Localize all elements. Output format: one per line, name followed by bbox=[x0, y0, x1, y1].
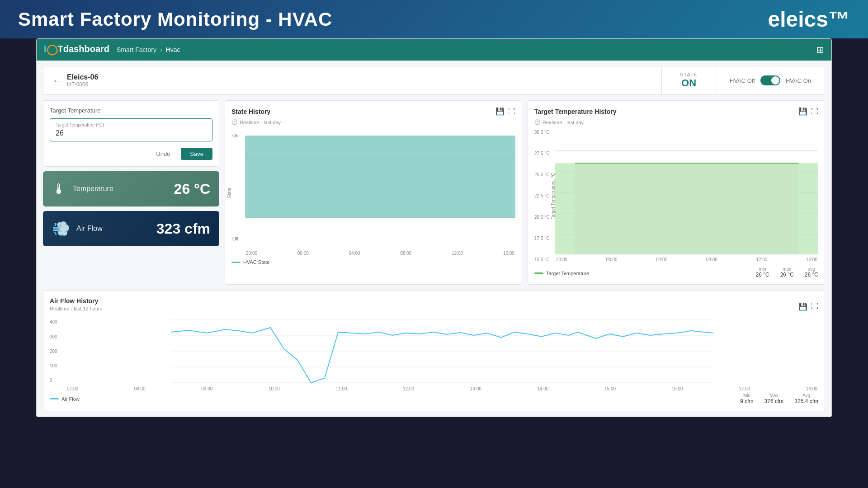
airflow-max-label: Max bbox=[764, 393, 784, 398]
state-expand-icon[interactable]: ⛶ bbox=[508, 107, 515, 116]
state-chart-subtitle: 🕐 Realtime - last day bbox=[231, 119, 515, 125]
airflow-avg-value: 325.4 cfm bbox=[794, 398, 818, 404]
panels-row: Target Temperature Target Temperature (°… bbox=[43, 100, 825, 285]
tx-label-3: 08:00 bbox=[706, 257, 717, 262]
state-chart-area: On Off State 20:00 00:00 04:00 bbox=[245, 130, 515, 256]
main-header: Smart Factory Monitoring - HVAC eleics™ bbox=[0, 0, 868, 38]
target-temp-card: Target Temperature Target Temperature (°… bbox=[43, 100, 219, 167]
stat-avg-value: 26 °C bbox=[805, 272, 818, 278]
x-label-2: 04:00 bbox=[349, 251, 360, 256]
temp-input-sublabel: Target Temperature (°C) bbox=[56, 122, 207, 127]
target-chart-svg-wrap: Target Temperature, °C bbox=[555, 130, 818, 262]
x-label-1: 00:00 bbox=[297, 251, 309, 256]
ay-label-2: 200 bbox=[50, 349, 64, 354]
back-button[interactable]: ← bbox=[52, 75, 61, 86]
airflow-min-value: 9 cfm bbox=[740, 398, 753, 404]
tx-label-2: 04:00 bbox=[656, 257, 667, 262]
target-save-icon[interactable]: 💾 bbox=[798, 107, 807, 116]
logo-brand: I◯Tdashboard bbox=[44, 44, 109, 56]
temp-sensor-left: 🌡 Temperature bbox=[52, 181, 113, 197]
ax-label-2: 09:00 bbox=[201, 386, 212, 391]
tx-label-4: 12:00 bbox=[756, 257, 767, 262]
ax-label-8: 15:00 bbox=[604, 386, 616, 391]
nav-left: I◯Tdashboard Smart Factory › Hvac bbox=[44, 44, 180, 56]
state-legend-label: HVAC State bbox=[243, 259, 270, 265]
airflow-min-label: Min bbox=[740, 393, 753, 398]
content-area: ← Eleics-06 IoT-0006 STATE ON HVAC Off H… bbox=[37, 61, 831, 417]
state-label: STATE bbox=[680, 72, 698, 77]
clock-icon-2: 🕐 bbox=[534, 119, 541, 125]
state-chart-title: State History bbox=[231, 108, 270, 115]
thermometer-icon: 🌡 bbox=[52, 181, 66, 197]
tx-label-5: 16:00 bbox=[806, 257, 817, 262]
device-name: Eleics-06 bbox=[67, 73, 98, 81]
stat-min: min 26 °C bbox=[756, 267, 769, 278]
airflow-save-icon[interactable]: 💾 bbox=[798, 302, 807, 311]
breadcrumb-current: Hvac bbox=[166, 46, 180, 53]
temp-sensor-value: 26 °C bbox=[174, 181, 210, 197]
airflow-stats: Min 9 cfm Max 376 cfm Avg 325.4 cfm bbox=[740, 393, 818, 404]
x-label-4: 12:00 bbox=[452, 251, 463, 256]
ax-label-4: 11:00 bbox=[336, 386, 347, 391]
ax-label-9: 16:00 bbox=[672, 386, 683, 391]
airflow-legend-dot bbox=[50, 398, 59, 399]
state-chart-header: State History 💾 ⛶ bbox=[231, 107, 515, 116]
hvac-off-label: HVAC Off bbox=[730, 77, 755, 84]
airflow-y-labels: 400 300 200 100 0 bbox=[50, 319, 66, 383]
ax-label-3: 10:00 bbox=[269, 386, 280, 391]
temp-input-value[interactable]: 26 bbox=[56, 129, 207, 137]
airflow-stat-avg: Avg 325.4 cfm bbox=[794, 393, 818, 404]
device-id: IoT-0006 bbox=[67, 81, 98, 88]
y-label-5: 17.5 °C bbox=[534, 236, 553, 241]
device-info: ← Eleics-06 IoT-0006 bbox=[43, 66, 662, 94]
target-chart-subtitle: 🕐 Realtime - last day bbox=[534, 119, 818, 125]
ax-label-10: 17:00 bbox=[739, 386, 750, 391]
target-temp-label: Target Temperature bbox=[50, 107, 212, 114]
state-y-axis-label: State bbox=[227, 188, 232, 198]
x-label-3: 08:00 bbox=[400, 251, 411, 256]
device-header: ← Eleics-06 IoT-0006 STATE ON HVAC Off H… bbox=[43, 66, 825, 95]
expand-icon[interactable]: ⊞ bbox=[816, 44, 824, 55]
state-history-panel: State History 💾 ⛶ 🕐 Realtime - last day … bbox=[225, 100, 522, 285]
temperature-card: 🌡 Temperature 26 °C bbox=[43, 171, 219, 206]
target-legend-dot bbox=[534, 272, 543, 274]
clock-icon: 🕐 bbox=[231, 119, 238, 125]
ay-label-4: 0 bbox=[50, 378, 64, 383]
state-subtitle-text: Realtime - last day bbox=[240, 120, 281, 125]
ay-label-0: 400 bbox=[50, 319, 64, 324]
brand-text: I◯Tdashboard bbox=[44, 44, 109, 56]
y-label-0: 30.0 °C bbox=[534, 130, 553, 135]
tx-label-1: 00:00 bbox=[606, 257, 618, 262]
target-chart-title: Target Temperature History bbox=[534, 108, 617, 115]
ax-label-0: 07:00 bbox=[67, 386, 78, 391]
off-label: Off bbox=[232, 236, 238, 241]
hvac-on-label: HVAC On bbox=[786, 77, 811, 84]
card-actions: Undo Save bbox=[50, 148, 212, 160]
airflow-bottom-legend: Air Flow Min 9 cfm Max 376 cfm Avg 325.4… bbox=[50, 393, 818, 404]
hvac-toggle[interactable] bbox=[760, 75, 780, 85]
temp-input-wrapper[interactable]: Target Temperature (°C) 26 bbox=[50, 118, 212, 141]
target-legend-label: Target Temperature bbox=[546, 271, 589, 276]
toggle-panel: HVAC Off HVAC On bbox=[716, 66, 825, 94]
airflow-line bbox=[171, 328, 713, 383]
target-expand-icon[interactable]: ⛶ bbox=[811, 107, 818, 116]
state-value: ON bbox=[681, 77, 696, 89]
stat-max-label: max bbox=[780, 267, 794, 272]
page-title: Smart Factory Monitoring - HVAC bbox=[18, 9, 332, 30]
target-stats: min 26 °C max 26 °C avg 26 °C bbox=[756, 267, 818, 278]
airflow-expand-icon[interactable]: ⛶ bbox=[811, 302, 818, 311]
state-save-icon[interactable]: 💾 bbox=[495, 107, 505, 116]
airflow-sensor-left: 💨 Air Flow bbox=[52, 220, 103, 237]
undo-button[interactable]: Undo bbox=[150, 148, 176, 160]
ax-label-7: 14:00 bbox=[537, 386, 548, 391]
save-button[interactable]: Save bbox=[181, 148, 212, 160]
dashboard-container: I◯Tdashboard Smart Factory › Hvac ⊞ ← El… bbox=[36, 38, 832, 417]
target-chart-area: 30.0 °C 27.5 °C 25.0 °C 22.5 °C 20.0 °C … bbox=[534, 130, 818, 262]
airflow-history-panel: Air Flow History Realtime - last 12 hour… bbox=[43, 290, 825, 411]
stat-avg: avg 26 °C bbox=[805, 267, 818, 278]
airflow-sensor-value: 323 cfm bbox=[156, 221, 210, 237]
airflow-stat-max: Max 376 cfm bbox=[764, 393, 784, 404]
breadcrumb-home[interactable]: Smart Factory bbox=[117, 46, 156, 53]
ax-label-6: 13:00 bbox=[470, 386, 481, 391]
stat-avg-label: avg bbox=[805, 267, 818, 272]
